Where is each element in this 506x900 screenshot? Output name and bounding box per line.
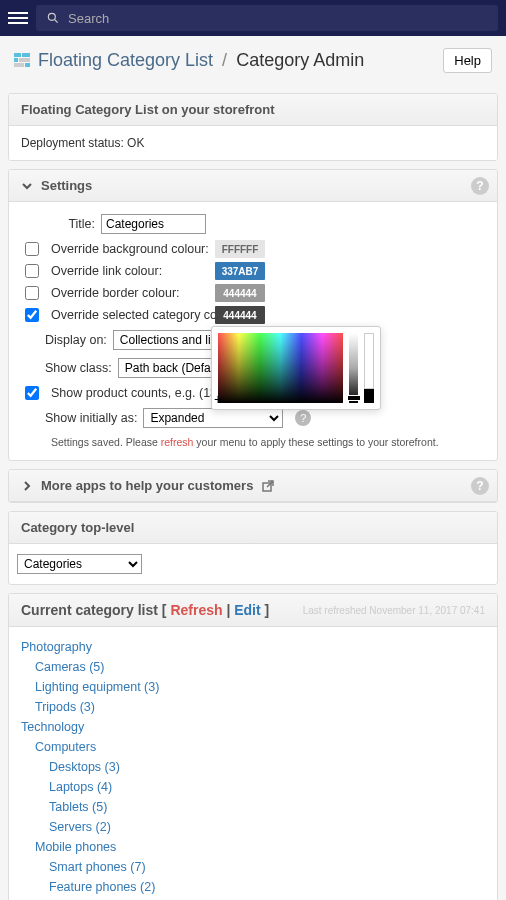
category-link[interactable]: Tablets (5) <box>49 800 107 814</box>
chevron-down-icon <box>21 180 33 192</box>
toplevel-panel: Category top-level Categories <box>8 511 498 585</box>
breadcrumb-app[interactable]: Floating Category List <box>38 50 213 70</box>
catlist-header: Current category list [ Refresh | Edit ]… <box>9 594 497 627</box>
svg-rect-3 <box>22 53 30 57</box>
show-initially-select[interactable]: Expanded <box>143 408 283 428</box>
storefront-panel-title: Floating Category List on your storefron… <box>9 94 497 126</box>
link-color-chip[interactable]: 337AB7 <box>215 262 265 280</box>
help-icon[interactable]: ? <box>471 477 489 495</box>
show-class-label: Show class: <box>45 361 112 375</box>
category-link[interactable]: Feature phones (2) <box>49 880 155 894</box>
top-bar: Search <box>0 0 506 36</box>
category-link[interactable]: Servers (2) <box>49 820 111 834</box>
override-bg-checkbox[interactable] <box>25 242 39 256</box>
svg-rect-2 <box>14 53 21 57</box>
catlist-refresh-link[interactable]: Refresh <box>170 602 222 618</box>
category-link[interactable]: Desktops (3) <box>49 760 120 774</box>
setting-border-row: Override border colour: 444444 <box>15 282 491 304</box>
bg-color-chip[interactable]: FFFFFF <box>215 240 265 258</box>
page-header: Floating Category List / Category Admin … <box>0 36 506 85</box>
settings-panel-header[interactable]: Settings ? <box>9 170 497 202</box>
setting-link-row: Override link colour: 337AB7 <box>15 260 491 282</box>
override-bg-label: Override background colour: <box>51 242 209 256</box>
chevron-right-icon <box>21 480 33 492</box>
svg-rect-4 <box>14 58 18 62</box>
category-tree: PhotographyCameras (5)Lighting equipment… <box>9 627 497 900</box>
settings-body: Title: Override background colour: FFFFF… <box>9 202 497 460</box>
catlist-edit-link[interactable]: Edit <box>234 602 260 618</box>
last-refreshed: Last refreshed November 11, 2017 07:41 <box>303 605 485 616</box>
override-selected-checkbox[interactable] <box>25 308 39 322</box>
toplevel-title: Category top-level <box>9 512 497 544</box>
app-icon <box>14 53 30 69</box>
override-selected-label: Override selected category colour: <box>51 308 241 322</box>
show-counts-checkbox[interactable] <box>25 386 39 400</box>
title-input[interactable] <box>101 214 206 234</box>
settings-saved-message: Settings saved. Please refresh your menu… <box>15 432 491 448</box>
menu-icon[interactable] <box>8 8 28 28</box>
override-border-label: Override border colour: <box>51 286 180 300</box>
color-picker-cursor: + <box>214 391 222 407</box>
setting-bg-row: Override background colour: FFFFFF <box>15 238 491 260</box>
category-link[interactable]: Cameras (5) <box>35 660 104 674</box>
breadcrumb-page: Category Admin <box>236 50 364 70</box>
svg-rect-5 <box>19 58 30 62</box>
more-apps-header[interactable]: More apps to help your customers ? <box>9 470 497 502</box>
search-icon <box>46 11 60 25</box>
selected-color-chip[interactable]: 444444 <box>215 306 265 324</box>
override-link-label: Override link colour: <box>51 264 162 278</box>
category-link[interactable]: Photography <box>21 640 92 654</box>
svg-rect-7 <box>25 63 30 67</box>
setting-selected-row: Override selected category colour: 44444… <box>15 304 491 326</box>
more-apps-panel: More apps to help your customers ? <box>8 469 498 503</box>
refresh-link[interactable]: refresh <box>161 436 194 448</box>
category-link[interactable]: Computers <box>35 740 96 754</box>
category-link[interactable]: Mobile phones <box>35 840 116 854</box>
override-link-checkbox[interactable] <box>25 264 39 278</box>
help-icon[interactable]: ? <box>295 410 311 426</box>
svg-point-0 <box>48 13 55 20</box>
color-picker-lightness[interactable] <box>349 333 359 403</box>
show-initially-label: Show initially as: <box>45 411 137 425</box>
category-link[interactable]: Lighting equipment (3) <box>35 680 159 694</box>
color-picker: + <box>211 326 381 410</box>
settings-panel: Settings ? Title: Override background co… <box>8 169 498 461</box>
lightness-marker <box>347 395 361 401</box>
display-on-label: Display on: <box>45 333 107 347</box>
category-link[interactable]: Smart phones (7) <box>49 860 146 874</box>
search-placeholder: Search <box>68 11 109 26</box>
color-picker-swatch <box>364 333 374 403</box>
color-picker-sv[interactable]: + <box>218 333 343 403</box>
title-label: Title: <box>45 217 95 231</box>
border-color-chip[interactable]: 444444 <box>215 284 265 302</box>
show-counts-label: Show product counts, e.g. (13) <box>51 386 221 400</box>
external-link-icon <box>261 479 275 493</box>
breadcrumb-separator: / <box>222 50 227 70</box>
settings-title: Settings <box>41 178 92 193</box>
setting-title-row: Title: <box>15 210 491 238</box>
search-input[interactable]: Search <box>36 5 498 31</box>
storefront-panel: Floating Category List on your storefron… <box>8 93 498 161</box>
help-button[interactable]: Help <box>443 48 492 73</box>
catlist-panel: Current category list [ Refresh | Edit ]… <box>8 593 498 900</box>
toplevel-select[interactable]: Categories <box>17 554 142 574</box>
more-apps-title: More apps to help your customers <box>41 478 253 493</box>
category-link[interactable]: Laptops (4) <box>49 780 112 794</box>
category-link[interactable]: Technology <box>21 720 84 734</box>
svg-rect-6 <box>14 63 24 67</box>
category-link[interactable]: Tripods (3) <box>35 700 95 714</box>
deployment-status: Deployment status: OK <box>21 136 485 150</box>
help-icon[interactable]: ? <box>471 177 489 195</box>
svg-line-1 <box>55 20 58 23</box>
override-border-checkbox[interactable] <box>25 286 39 300</box>
breadcrumb: Floating Category List / Category Admin <box>38 50 364 71</box>
